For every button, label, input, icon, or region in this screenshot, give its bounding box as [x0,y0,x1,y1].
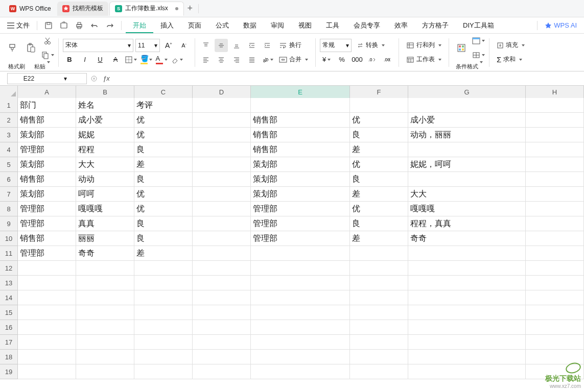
app-tab[interactable]: W WPS Office [4,2,56,16]
cell-A18[interactable] [18,350,76,364]
cell-B18[interactable] [76,350,134,364]
cell-B19[interactable] [76,364,134,379]
row-header-14[interactable]: 14 [0,290,18,305]
menu-DIY工具箱[interactable]: DIY工具箱 [456,18,501,33]
clear-format-button[interactable] [170,53,183,66]
cell-C1[interactable]: 考评 [134,98,193,113]
formula-input[interactable] [111,73,584,84]
cell-G3[interactable]: 动动，丽丽 [408,128,526,142]
cell-D19[interactable] [193,364,251,379]
cell-B1[interactable]: 姓名 [76,98,134,113]
cell-C15[interactable] [134,305,193,320]
cell-E12[interactable] [251,261,350,276]
cell-C16[interactable] [134,320,193,335]
cell-G17[interactable] [408,335,526,350]
cell-H6[interactable] [526,172,584,187]
cell-H19[interactable] [526,364,584,379]
cell-D11[interactable] [193,246,251,261]
cell-D8[interactable] [193,202,251,216]
menu-审阅[interactable]: 审阅 [264,18,291,33]
cell-C17[interactable] [134,335,193,350]
cell-A2[interactable]: 销售部 [18,113,76,128]
merge-button[interactable]: 合并 [276,53,311,66]
cell-A8[interactable]: 管理部 [18,202,76,216]
row-header-3[interactable]: 3 [0,128,18,142]
increase-font-button[interactable]: A+ [162,39,175,52]
cell-H12[interactable] [526,261,584,276]
cell-F16[interactable] [350,320,408,335]
cell-H3[interactable] [526,128,584,142]
col-header-B[interactable]: B [76,86,134,98]
cell-D9[interactable] [193,216,251,231]
cell-G8[interactable]: 嘎嘎嘎 [408,202,526,216]
col-header-E[interactable]: E [251,86,350,98]
align-center-button[interactable] [215,53,228,66]
cut-button[interactable] [41,34,54,47]
cell-B14[interactable] [76,290,134,305]
cell-D6[interactable] [193,172,251,187]
cell-H15[interactable] [526,305,584,320]
cell-style-button[interactable] [472,48,485,62]
row-header-5[interactable]: 5 [0,157,18,172]
fx-button[interactable]: ƒx [101,75,111,82]
border-button[interactable] [124,53,137,66]
cell-G9[interactable]: 程程，真真 [408,216,526,231]
cell-C12[interactable] [134,261,193,276]
cell-F11[interactable] [350,246,408,261]
cell-E16[interactable] [251,320,350,335]
cell-H14[interactable] [526,290,584,305]
cell-A17[interactable] [18,335,76,350]
name-box[interactable]: E22 ▾ [7,73,87,84]
print-button[interactable] [72,19,86,32]
cell-D5[interactable] [193,157,251,172]
valign-top-button[interactable] [199,39,213,52]
row-header-9[interactable]: 9 [0,216,18,231]
font-size-select[interactable]: 11▾ [135,39,160,52]
cell-F14[interactable] [350,290,408,305]
align-right-button[interactable] [230,53,243,66]
cell-E8[interactable]: 管理部 [251,202,350,216]
cell-F12[interactable] [350,261,408,276]
wrap-text-button[interactable]: 换行 [276,39,307,52]
row-header-15[interactable]: 15 [0,305,18,320]
cell-E19[interactable] [251,364,350,379]
cell-B10[interactable]: 丽丽 [76,231,134,246]
cell-F5[interactable]: 优 [350,157,408,172]
cell-A1[interactable]: 部门 [18,98,76,113]
export-button[interactable] [57,19,71,32]
select-all-corner[interactable] [0,86,18,98]
cell-C19[interactable] [134,364,193,379]
cell-A15[interactable] [18,305,76,320]
cell-B16[interactable] [76,320,134,335]
cell-A6[interactable]: 销售部 [18,172,76,187]
cell-B6[interactable]: 动动 [76,172,134,187]
strikethrough-button[interactable]: A [109,53,122,66]
cell-F2[interactable]: 优 [350,113,408,128]
cell-F15[interactable] [350,305,408,320]
cells[interactable]: 部门姓名考评销售部成小爱优销售部优成小爱策划部妮妮优销售部良动动，丽丽管理部程程… [18,98,584,379]
cell-E17[interactable] [251,335,350,350]
decrease-font-button[interactable]: A- [177,39,191,52]
cell-C6[interactable]: 良 [134,172,193,187]
cell-G19[interactable] [408,364,526,379]
cell-G12[interactable] [408,261,526,276]
cell-B13[interactable] [76,276,134,290]
cell-F7[interactable]: 差 [350,187,408,202]
row-header-4[interactable]: 4 [0,142,18,157]
cell-F19[interactable] [350,364,408,379]
cell-H11[interactable] [526,246,584,261]
col-header-F[interactable]: F [350,86,408,98]
cell-A19[interactable] [18,364,76,379]
cell-D18[interactable] [193,350,251,364]
menu-工具[interactable]: 工具 [319,18,346,33]
format-painter-button[interactable] [4,42,20,54]
cell-G18[interactable] [408,350,526,364]
cell-F18[interactable] [350,350,408,364]
cell-D2[interactable] [193,113,251,128]
cell-G13[interactable] [408,276,526,290]
cell-A5[interactable]: 策划部 [18,157,76,172]
paste-button[interactable] [22,42,39,54]
cell-A9[interactable]: 管理部 [18,216,76,231]
cell-B12[interactable] [76,261,134,276]
row-header-1[interactable]: 1 [0,98,18,113]
